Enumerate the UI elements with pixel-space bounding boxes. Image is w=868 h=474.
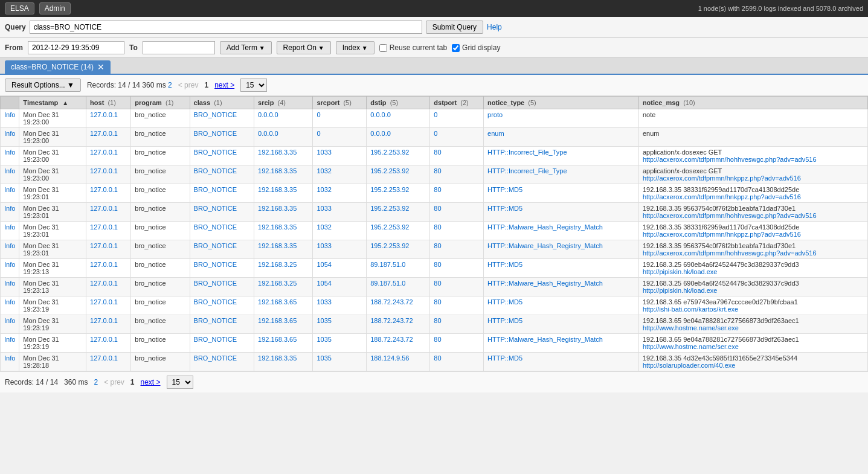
- notice-msg-link[interactable]: http://www.hostme.name/ser.exe: [643, 343, 739, 350]
- host-link[interactable]: 127.0.0.1: [90, 261, 118, 268]
- class-link[interactable]: BRO_NOTICE: [194, 354, 237, 362]
- notice-type-link[interactable]: HTTP::Malware_Hash_Registry_Match: [487, 223, 603, 231]
- from-input[interactable]: [28, 41, 124, 54]
- dstip-link[interactable]: 195.2.253.92: [370, 167, 409, 175]
- host-link[interactable]: 127.0.0.1: [90, 111, 118, 118]
- class-link[interactable]: BRO_NOTICE: [194, 186, 237, 193]
- srcport-link[interactable]: 1054: [317, 261, 331, 268]
- info-link[interactable]: Info: [4, 261, 15, 268]
- col-header-host[interactable]: host (1): [86, 97, 131, 109]
- notice-type-link[interactable]: HTTP::Incorrect_File_Type: [487, 149, 567, 156]
- info-link[interactable]: Info: [4, 149, 15, 156]
- notice-type-link[interactable]: HTTP::Malware_Hash_Registry_Match: [487, 336, 603, 343]
- notice-type-link[interactable]: HTTP::MD5: [487, 354, 522, 362]
- help-link[interactable]: Help: [487, 23, 502, 31]
- host-link[interactable]: 127.0.0.1: [90, 242, 118, 249]
- notice-msg-link[interactable]: http://acxerox.com/tdfpmmn/hnkppz.php?ad…: [643, 231, 801, 238]
- srcip-link[interactable]: 0.0.0.0: [258, 111, 278, 118]
- grid-display-checkbox[interactable]: [452, 44, 460, 52]
- host-link[interactable]: 127.0.0.1: [90, 354, 118, 362]
- info-link[interactable]: Info: [4, 354, 15, 362]
- notice-type-link[interactable]: enum: [487, 130, 504, 137]
- to-input[interactable]: [143, 41, 215, 54]
- index-button[interactable]: Index: [336, 41, 375, 54]
- srcip-link[interactable]: 192.168.3.65: [258, 298, 297, 306]
- dstport-link[interactable]: 80: [434, 354, 441, 362]
- notice-msg-link[interactable]: http://acxerox.com/tdfpmmn/hohhveswgc.ph…: [643, 212, 817, 219]
- srcip-link[interactable]: 192.168.3.35: [258, 223, 297, 231]
- query-input[interactable]: [30, 21, 422, 34]
- col-header-dstport[interactable]: dstport (2): [430, 97, 484, 109]
- notice-type-link[interactable]: HTTP::Malware_Hash_Registry_Match: [487, 280, 603, 287]
- host-link[interactable]: 127.0.0.1: [90, 336, 118, 343]
- elsa-menu-button[interactable]: ELSA: [5, 2, 34, 14]
- col-header-notice-type[interactable]: notice_type (5): [484, 97, 639, 109]
- info-link[interactable]: Info: [4, 205, 15, 212]
- info-link[interactable]: Info: [4, 298, 15, 306]
- bottom-pagination-link[interactable]: 2: [94, 378, 98, 386]
- srcport-link[interactable]: 1032: [317, 167, 331, 175]
- notice-type-link[interactable]: HTTP::Incorrect_File_Type: [487, 167, 567, 175]
- host-link[interactable]: 127.0.0.1: [90, 167, 118, 175]
- grid-display-label[interactable]: Grid display: [452, 43, 500, 52]
- dstport-link[interactable]: 80: [434, 242, 441, 249]
- notice-msg-link[interactable]: http://acxerox.com/tdfpmmn/hnkppz.php?ad…: [643, 175, 801, 182]
- info-link[interactable]: Info: [4, 167, 15, 175]
- notice-type-link[interactable]: HTTP::Malware_Hash_Registry_Match: [487, 242, 603, 249]
- host-link[interactable]: 127.0.0.1: [90, 298, 118, 306]
- notice-msg-link[interactable]: http://pipiskin.hk/load.exe: [643, 268, 718, 275]
- dstport-link[interactable]: 80: [434, 261, 441, 268]
- class-link[interactable]: BRO_NOTICE: [194, 242, 237, 249]
- notice-type-link[interactable]: proto: [487, 111, 503, 118]
- info-link[interactable]: Info: [4, 223, 15, 231]
- dstport-link[interactable]: 80: [434, 317, 441, 324]
- info-link[interactable]: Info: [4, 111, 15, 118]
- dstip-link[interactable]: 0.0.0.0: [370, 130, 391, 137]
- srcport-link[interactable]: 1032: [317, 223, 331, 231]
- dstport-link[interactable]: 80: [434, 167, 441, 175]
- bottom-next-link[interactable]: next >: [141, 378, 161, 386]
- dstip-link[interactable]: 195.2.253.92: [370, 223, 409, 231]
- srcport-link[interactable]: 1054: [317, 280, 331, 287]
- notice-msg-link[interactable]: http://acxerox.com/tdfpmmn/hohhveswgc.ph…: [643, 156, 817, 163]
- class-link[interactable]: BRO_NOTICE: [194, 223, 237, 231]
- class-link[interactable]: BRO_NOTICE: [194, 167, 237, 175]
- dstip-link[interactable]: 195.2.253.92: [370, 149, 409, 156]
- dstip-link[interactable]: 188.72.243.72: [370, 336, 413, 343]
- dstip-link[interactable]: 188.124.9.56: [370, 354, 409, 362]
- info-link[interactable]: Info: [4, 242, 15, 249]
- srcport-link[interactable]: 1035: [317, 317, 331, 324]
- dstip-link[interactable]: 89.187.51.0: [370, 261, 405, 268]
- notice-msg-link[interactable]: http://www.hostme.name/ser.exe: [643, 324, 739, 331]
- dstport-link[interactable]: 80: [434, 149, 441, 156]
- reuse-tab-label[interactable]: Reuse current tab: [379, 43, 447, 52]
- dstport-link[interactable]: 80: [434, 280, 441, 287]
- notice-msg-link[interactable]: http://acxerox.com/tdfpmmn/hnkppz.php?ad…: [643, 193, 801, 200]
- col-header-srcport[interactable]: srcport (5): [313, 97, 367, 109]
- dstip-link[interactable]: 0.0.0.0: [370, 111, 391, 118]
- srcip-link[interactable]: 192.168.3.35: [258, 167, 297, 175]
- notice-msg-link[interactable]: http://ishi-bati.com/kartos/krt.exe: [643, 306, 738, 313]
- class-link[interactable]: BRO_NOTICE: [194, 111, 237, 118]
- srcport-link[interactable]: 1035: [317, 354, 331, 362]
- info-link[interactable]: Info: [4, 336, 15, 343]
- dstport-link[interactable]: 0: [434, 111, 437, 118]
- notice-msg-link[interactable]: http://solaruploader.com/40.exe: [643, 362, 735, 369]
- srcip-link[interactable]: 192.168.3.35: [258, 242, 297, 249]
- srcip-link[interactable]: 192.168.3.35: [258, 205, 297, 212]
- notice-msg-link[interactable]: http://acxerox.com/tdfpmmn/hohhveswgc.ph…: [643, 249, 817, 257]
- host-link[interactable]: 127.0.0.1: [90, 280, 118, 287]
- srcip-link[interactable]: 192.168.3.35: [258, 354, 297, 362]
- srcport-link[interactable]: 1032: [317, 186, 331, 193]
- srcip-link[interactable]: 0.0.0.0: [258, 130, 278, 137]
- host-link[interactable]: 127.0.0.1: [90, 223, 118, 231]
- srcport-link[interactable]: 0: [317, 130, 320, 137]
- info-link[interactable]: Info: [4, 130, 15, 137]
- dstip-link[interactable]: 188.72.243.72: [370, 298, 413, 306]
- dstip-link[interactable]: 188.72.243.72: [370, 317, 413, 324]
- notice-type-link[interactable]: HTTP::MD5: [487, 317, 522, 324]
- dstport-link[interactable]: 80: [434, 186, 441, 193]
- class-link[interactable]: BRO_NOTICE: [194, 298, 237, 306]
- class-link[interactable]: BRO_NOTICE: [194, 205, 237, 212]
- pagination-link[interactable]: 2: [168, 81, 172, 89]
